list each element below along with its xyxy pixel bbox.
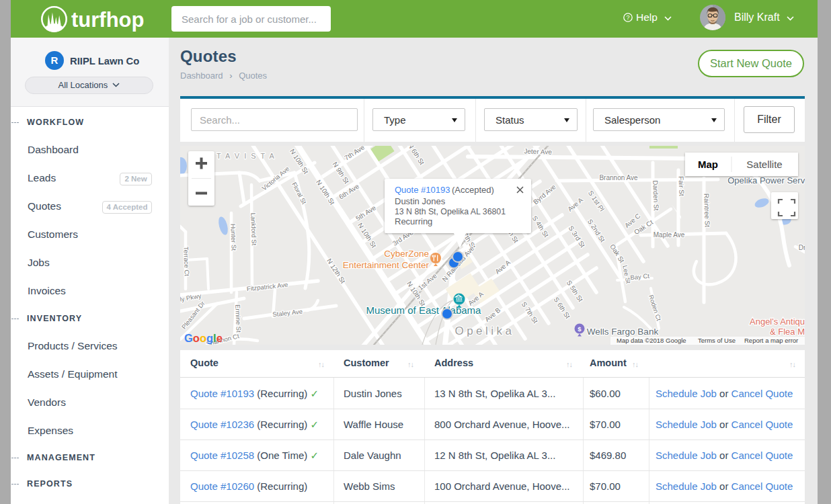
svg-text:$: $ [578,325,582,333]
svg-text:Map: Map [698,159,718,170]
svg-text:Wells Fargo Bank: Wells Fargo Bank [587,327,659,337]
svg-text:Angel's Antiqu: Angel's Antiqu [750,317,805,327]
svg-text:Terrace Ct: Terrace Ct [182,247,191,277]
svg-text:Recurring: Recurring [395,216,432,226]
svg-text:Fair St: Fair St [677,176,685,196]
svg-text:Report a map error: Report a map error [744,337,798,344]
svg-text:Museum of East Alabama: Museum of East Alabama [366,304,482,316]
svg-text:Quote #10193: Quote #10193 [395,185,450,195]
svg-text:Entertainment Center: Entertainment Center [343,260,430,270]
svg-text:?: ? [626,14,629,21]
svg-text:Hunter St: Hunter St [229,224,237,251]
svg-text:Satellite: Satellite [746,159,782,170]
svg-text:Opelika Power Service: Opelika Power Service [727,175,805,185]
svg-text:Darden St: Darden St [651,180,660,211]
svg-text:Ermine St: Ermine St [234,304,242,333]
svg-text:Maple Ave: Maple Ave [654,231,685,239]
svg-text:Brannon Ave: Brannon Ave [599,174,638,181]
svg-text:Map data ©2018 Google: Map data ©2018 Google [617,337,686,344]
svg-text:13 N 8th St, Opelika AL 36801: 13 N 8th St, Opelika AL 36801 [395,206,506,216]
svg-text:T A V I S T A: T A V I S T A [216,152,276,160]
svg-text:Jeter Ave: Jeter Ave [524,147,552,155]
svg-text:CyberZone: CyberZone [384,249,429,259]
svg-text:Dr: Dr [799,244,805,251]
svg-text:Dustin Jones: Dustin Jones [395,196,446,206]
svg-text:(Accepted): (Accepted) [452,185,494,195]
svg-text:Terms of Use: Terms of Use [698,337,736,344]
svg-text:Lankford St: Lankford St [249,212,258,245]
svg-text:Opelika: Opelika [454,325,514,337]
svg-text:& Flea M: & Flea M [770,327,805,337]
svg-text:Google: Google [184,332,223,344]
svg-text:Raintree St: Raintree St [703,194,711,228]
